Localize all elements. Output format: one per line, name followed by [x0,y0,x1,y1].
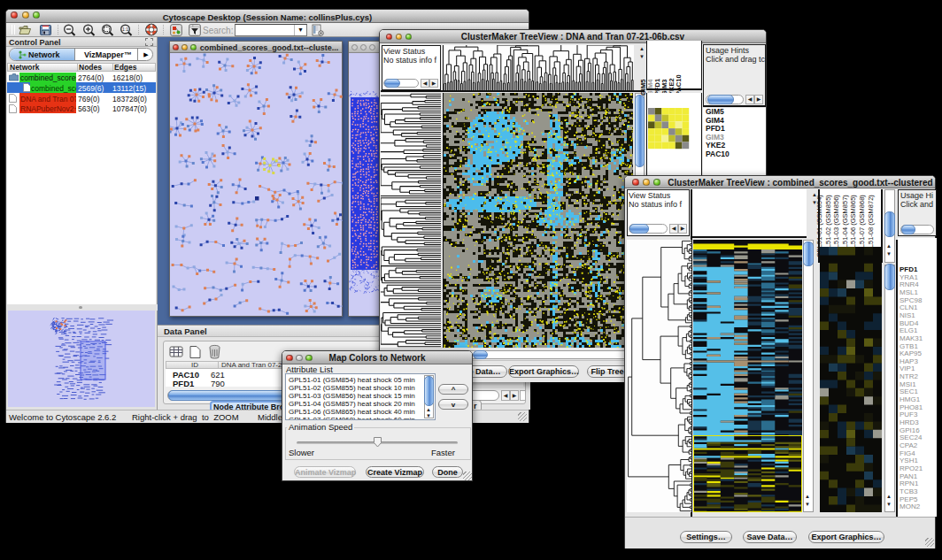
svg-text:1:1: 1:1 [122,27,128,32]
